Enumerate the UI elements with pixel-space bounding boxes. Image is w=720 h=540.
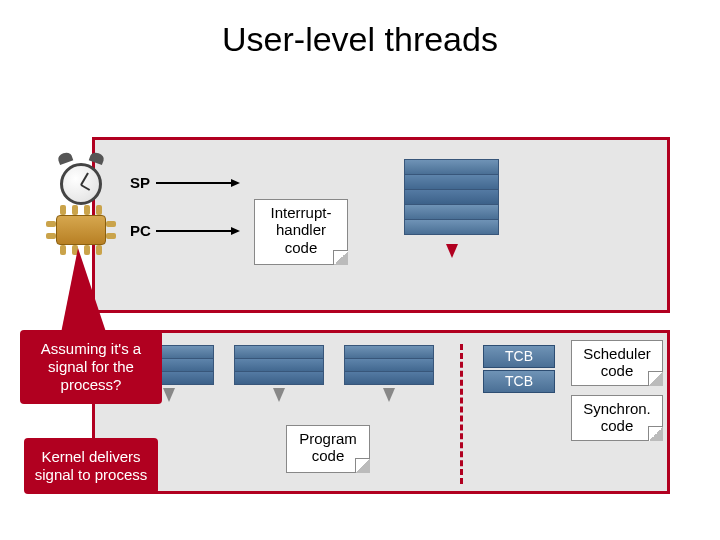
assuming-callout: Assuming it's a signal for the process? [20,330,162,404]
alarm-clock-icon [52,151,110,209]
tcb-2: TCB [483,370,555,393]
pc-arrow [156,230,238,232]
user-stack-3-arrow [383,388,395,402]
program-code-box: Program code [286,425,370,473]
assuming-text: Assuming it's a signal for the process? [41,340,141,393]
pc-label: PC [130,222,151,239]
user-stack-2 [234,345,324,384]
slide-title: User-level threads [0,20,720,59]
user-stack-2-arrow [273,388,285,402]
kernel-text: Kernel delivers signal to process [35,448,148,483]
synchron-box: Synchron. code [571,395,663,441]
scheduler-box: Scheduler code [571,340,663,386]
kernel-stack [404,159,499,234]
kernel-stack-arrow [446,244,458,258]
sp-label: SP [130,174,150,191]
user-stack-3 [344,345,434,384]
sp-arrow [156,182,238,184]
interrupt-handler-box: Interrupt- handler code [254,199,348,265]
thread-divider [460,344,463,484]
user-stack-1-arrow [163,388,175,402]
tcb-1: TCB [483,345,555,368]
kernel-callout: Kernel delivers signal to process [24,438,158,494]
kernel-space-frame [92,137,670,313]
callout-tail [60,248,108,338]
